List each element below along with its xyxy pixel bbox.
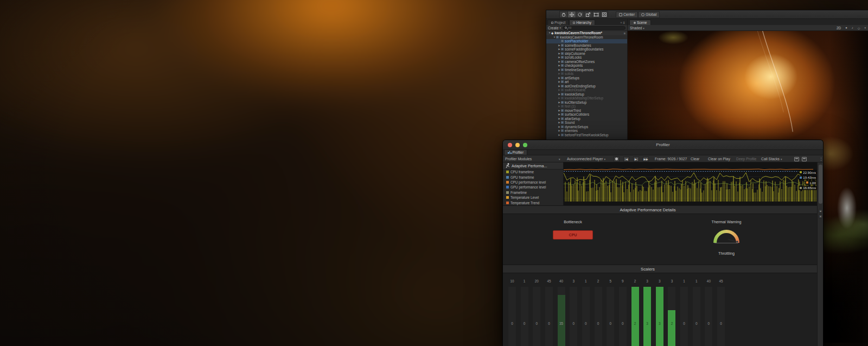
scaler-current-label: 3 <box>643 322 651 325</box>
module-header[interactable]: Adaptive Performa... <box>503 162 563 169</box>
tab-profiler[interactable]: Profiler <box>504 149 527 155</box>
transform-tool-icon <box>602 12 607 17</box>
profiler-modules-dropdown[interactable]: Profiler Modules <box>505 155 532 162</box>
legend-item[interactable]: Temperature Level <box>506 195 563 200</box>
hierarchy-item[interactable]: ▶cameraOffsetZones <box>546 60 627 64</box>
scaler-max-label: 3 <box>656 279 663 284</box>
hierarchy-item[interactable]: ▶sceneFaddingBoundaries <box>546 47 627 52</box>
move-tool-button[interactable] <box>567 11 576 18</box>
transform-tool-button[interactable] <box>600 11 608 18</box>
hierarchy-item-label: scrollLocks <box>565 55 582 59</box>
scene-options-icon[interactable]: ≡ <box>624 32 626 35</box>
tab-hierarchy[interactable]: Hierarchy <box>569 20 595 25</box>
hierarchy-item[interactable]: ▼kwoloksCavernThroneRoom <box>546 35 627 40</box>
hierarchy-item[interactable]: ▶dynamicSetups <box>546 125 627 129</box>
hierarchy-scene-row[interactable]: ▼◆kwoloksCavernThroneRoom*≡ <box>546 31 627 35</box>
pivot-center-button[interactable]: Center <box>616 11 638 18</box>
vertical-scrollbar[interactable]: ▲ ▼ <box>817 162 823 346</box>
scene-effects-icon[interactable]: ◇ <box>858 26 860 30</box>
hierarchy-item[interactable]: ▶art <box>546 80 627 84</box>
scrollbar-thumb[interactable] <box>819 165 822 204</box>
space-global-button[interactable]: Global <box>638 11 660 18</box>
create-dropdown[interactable]: Create▾ <box>548 26 561 30</box>
hierarchy-item[interactable]: ▶switchDisable <box>546 88 627 92</box>
hierarchy-item[interactable]: ▶kuOttersSetup <box>546 100 627 105</box>
hierarchy-item[interactable]: ▶solids <box>546 72 627 76</box>
scaler-current-label: 35 <box>558 322 565 325</box>
scene-tab-icon <box>634 22 636 24</box>
clear-on-play-button[interactable]: Clear on Play <box>708 155 730 162</box>
hierarchy-item[interactable]: ▶scrollLocks <box>546 55 627 60</box>
hierarchy-item-label: surfaceColliders <box>565 112 589 116</box>
hierarchy-item[interactable]: ▶sceneBoundaries <box>546 43 627 48</box>
editor-toolbar: Center Global <box>546 10 868 19</box>
legend-item[interactable]: Frametime <box>506 190 563 195</box>
frame-counter: Frame: 9026 / 9027 <box>655 155 687 162</box>
kebab-menu-icon[interactable]: ⋮ <box>819 155 823 162</box>
scaler-max-label: 1 <box>693 279 700 284</box>
hierarchy-item[interactable]: ▶enemies <box>546 129 627 133</box>
scene-light-icon[interactable]: ● <box>845 26 847 29</box>
hierarchy-item[interactable]: ▶kwolokSetup <box>546 92 627 97</box>
module-legend-column: Adaptive Performa... CPU frametimeGPU fr… <box>503 162 564 205</box>
legend-color-chip <box>506 171 509 173</box>
prev-frame-button[interactable]: |◀ <box>623 155 629 162</box>
hierarchy-search-input[interactable]: All <box>563 26 626 30</box>
rect-tool-button[interactable] <box>592 11 600 18</box>
lock-icon[interactable]: ⚬≡ <box>620 21 626 24</box>
legend-item[interactable]: GPU performance level <box>506 185 563 190</box>
project-tab-icon <box>551 22 553 24</box>
deep-profile-button[interactable]: Deep Profile <box>736 155 756 162</box>
scale-tool-icon <box>585 12 591 17</box>
scroll-up-icon[interactable]: ▲ <box>819 209 822 213</box>
clear-button[interactable]: Clear <box>691 155 699 162</box>
scaler-track: 0 <box>508 287 516 346</box>
scaler-column: 20 <box>595 279 602 346</box>
hierarchy-item[interactable]: ▶checkpoints <box>546 64 627 68</box>
hierarchy-item[interactable]: ▶feet (1) <box>546 104 627 109</box>
gameobject-cube-icon <box>561 68 564 71</box>
hierarchy-item[interactable]: ▶altarSetup <box>546 117 627 121</box>
gameobject-cube-icon <box>561 93 564 96</box>
legend-item[interactable]: CPU frametime <box>506 169 563 174</box>
hierarchy-item[interactable]: ▶kwolokMissingOtterSetup <box>546 96 627 100</box>
legend-item[interactable]: Temperature Trend <box>506 200 563 205</box>
profiler-timeline-chart[interactable]: 22.90ms19.43ms1.0016.65ms <box>564 162 818 205</box>
hierarchy-item[interactable]: sonPlaceholder <box>546 39 627 43</box>
target-player-dropdown[interactable]: Autoconnected Player ▾ <box>567 155 605 162</box>
hierarchy-item[interactable]: ▶skipCutscene <box>546 52 627 56</box>
hierarchy-item[interactable]: ▶aotOneEndingSetup <box>546 84 627 89</box>
legend-label: Temperature Level <box>510 196 539 199</box>
hierarchy-item-label: sceneFaddingBoundaries <box>565 47 603 51</box>
save-profile-icon[interactable] <box>794 155 799 162</box>
scene-audio-icon[interactable]: ♪ <box>852 26 853 29</box>
rotate-tool-icon <box>577 12 583 17</box>
hierarchy-item[interactable]: ▶beforeFirstTimeKwolokSetup <box>546 133 627 137</box>
hierarchy-item[interactable]: ▶timelineSequences <box>546 68 627 72</box>
hierarchy-item[interactable]: ▶Sound <box>546 121 627 125</box>
draw-mode-dropdown[interactable]: Shaded ▾ <box>630 26 644 30</box>
profiler-titlebar[interactable]: Profiler <box>503 140 823 150</box>
scroll-down-icon[interactable]: ▼ <box>819 215 822 218</box>
scene-gizmos-dropdown-icon[interactable]: ▾ <box>864 26 866 29</box>
toggle-2d-button[interactable]: 2D <box>837 26 841 30</box>
rotate-tool-button[interactable] <box>576 11 584 18</box>
hierarchy-item-label: sonPlaceholder <box>565 39 588 43</box>
load-profile-icon[interactable] <box>802 155 807 162</box>
scale-tool-button[interactable] <box>584 11 592 18</box>
legend-item[interactable]: CPU performance level <box>506 180 563 185</box>
hierarchy-item[interactable]: ▶surfaceColliders <box>546 112 627 117</box>
hierarchy-item[interactable]: ▶moveThird <box>546 109 627 113</box>
hand-tool-button[interactable] <box>559 11 567 18</box>
legend-item[interactable]: GPU frametime <box>506 174 563 179</box>
hierarchy-item-label: aotOneEndingSetup <box>565 84 596 88</box>
tab-scene[interactable]: Scene <box>629 20 651 25</box>
hierarchy-item[interactable]: ▶artSetups <box>546 76 627 80</box>
current-frame-button[interactable]: ▶▶ <box>643 155 649 162</box>
record-button[interactable] <box>614 155 620 162</box>
search-icon <box>565 27 567 29</box>
next-frame-button[interactable]: ▶| <box>633 155 639 162</box>
tab-project[interactable]: Project <box>547 20 569 25</box>
call-stacks-dropdown[interactable]: Call Stacks ▾ <box>761 155 782 162</box>
scaler-current-label: 2 <box>631 322 639 325</box>
